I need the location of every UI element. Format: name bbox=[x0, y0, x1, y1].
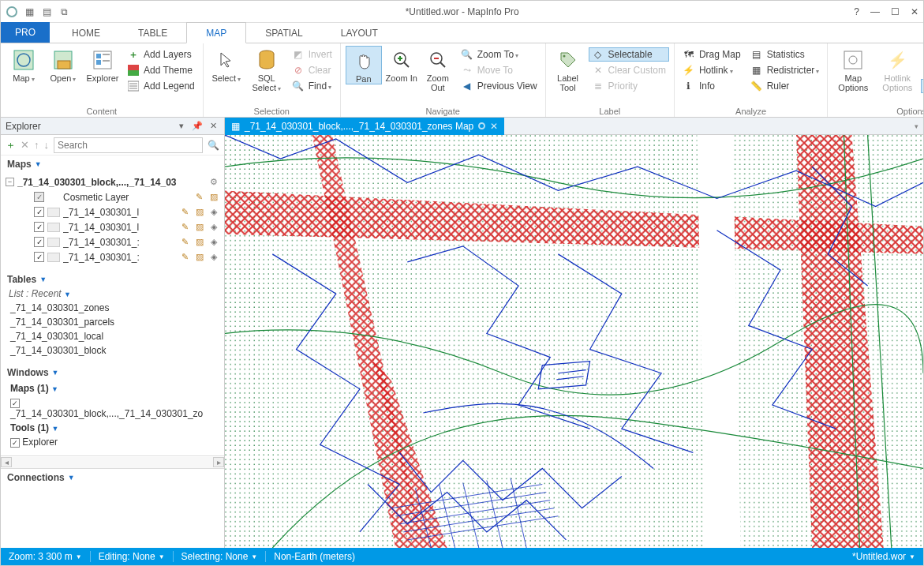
zoom-in-button[interactable]: Zoom In bbox=[385, 46, 418, 83]
status-zoom[interactable]: Zoom: 3 300 m▼ bbox=[1, 551, 90, 562]
layer-row[interactable]: _71_14_030301_l ✎▨◈ bbox=[4, 219, 221, 234]
explorer-button[interactable]: Explorer bbox=[84, 46, 121, 83]
zoom-to-button[interactable]: 🔍Zoom To bbox=[458, 47, 541, 62]
hotlink-button[interactable]: ⚡Hotlink bbox=[679, 63, 744, 77]
status-selecting[interactable]: Selecting: None▼ bbox=[174, 551, 266, 562]
style-icon[interactable]: ▨ bbox=[193, 221, 205, 233]
drag-map-button[interactable]: 🗺Drag Map bbox=[679, 47, 744, 62]
tab-spatial[interactable]: SPATIAL bbox=[246, 23, 322, 43]
layer-cosmetic[interactable]: Cosmetic Layer ✎▨ bbox=[4, 189, 221, 204]
pin-icon[interactable]: 📌 bbox=[191, 120, 204, 133]
qat-tool-icon[interactable]: ⧉ bbox=[58, 6, 70, 18]
label-icon[interactable]: ◈ bbox=[208, 206, 219, 218]
redistricter-button[interactable]: ▦Redistricter bbox=[747, 63, 823, 77]
tab-layout[interactable]: LAYOUT bbox=[322, 23, 397, 43]
label-icon[interactable]: ◈ bbox=[208, 221, 219, 233]
ruler-button[interactable]: 📏Ruler bbox=[747, 79, 823, 93]
tools-node[interactable]: Tools (1) ▼ bbox=[10, 421, 215, 435]
find-button[interactable]: 🔍Find bbox=[289, 79, 335, 93]
table-item[interactable]: _71_14_030301_zones bbox=[10, 301, 215, 315]
checkbox-icon[interactable] bbox=[34, 222, 44, 232]
tables-filter[interactable]: List : Recent ▼ bbox=[1, 288, 224, 301]
info-button[interactable]: ℹInfo bbox=[679, 79, 744, 93]
table-item[interactable]: _71_14_030301_parcels bbox=[10, 315, 215, 329]
select-button[interactable]: Select bbox=[208, 46, 245, 84]
pencil-icon[interactable]: ✎ bbox=[193, 191, 205, 203]
maps-section-header[interactable]: Maps▼ bbox=[1, 156, 224, 173]
pan-button[interactable]: Pan bbox=[346, 46, 382, 84]
windows-map-item[interactable]: ✓ _71_14_030301_block,...,_71_14_030301_… bbox=[10, 395, 215, 421]
scalebar-button[interactable]: ≡Scalebar bbox=[921, 63, 924, 77]
map-gear-icon[interactable]: ⚙ bbox=[208, 176, 219, 188]
add-theme-button[interactable]: Add Theme bbox=[124, 63, 198, 77]
previous-view-button[interactable]: ◀Previous View bbox=[458, 79, 541, 93]
lock-scale-button[interactable]: 🔒Lock Scale bbox=[921, 47, 924, 62]
map-node[interactable]: − _71_14_030301_block,...,_71_14_03 ⚙ bbox=[4, 174, 221, 189]
pencil-icon[interactable]: ✎ bbox=[179, 251, 191, 263]
tab-table[interactable]: TABLE bbox=[119, 23, 186, 43]
label-icon[interactable]: ◈ bbox=[208, 236, 219, 248]
style-icon[interactable]: ▨ bbox=[193, 236, 205, 248]
checkbox-icon[interactable] bbox=[34, 237, 44, 247]
label-icon[interactable]: ◈ bbox=[208, 251, 219, 263]
tools-item[interactable]: ✓ Explorer bbox=[10, 435, 215, 449]
add-legend-button[interactable]: Add Legend bbox=[124, 79, 198, 93]
remove-icon[interactable]: ✕ bbox=[21, 139, 29, 151]
windows-maps-node[interactable]: Maps (1) ▼ bbox=[10, 381, 215, 395]
search-input[interactable] bbox=[54, 137, 203, 153]
pencil-icon[interactable]: ✎ bbox=[179, 236, 191, 248]
layer-row[interactable]: _71_14_030301_: ✎▨◈ bbox=[4, 234, 221, 249]
pencil-icon[interactable]: ✎ bbox=[179, 221, 191, 233]
statistics-button[interactable]: ▤Statistics bbox=[747, 47, 823, 62]
open-button[interactable]: Open bbox=[45, 46, 81, 84]
windows-section-header[interactable]: Windows▼ bbox=[1, 364, 224, 381]
panel-dropdown-icon[interactable]: ▾ bbox=[175, 120, 188, 133]
connections-section-header[interactable]: Connections▼ bbox=[1, 468, 224, 486]
qat-save-icon[interactable]: ▤ bbox=[40, 6, 53, 18]
scroll-right-icon[interactable]: ▸ bbox=[213, 457, 224, 467]
style-icon[interactable]: ▨ bbox=[193, 206, 205, 218]
scroll-left-icon[interactable]: ◂ bbox=[1, 457, 12, 467]
search-icon[interactable]: 🔍 bbox=[208, 140, 219, 151]
tab-pro[interactable]: PRO bbox=[1, 22, 50, 43]
pencil-icon[interactable]: ✎ bbox=[179, 206, 191, 218]
map-button[interactable]: Map bbox=[6, 46, 42, 84]
layer-row[interactable]: _71_14_030301_l ✎▨◈ bbox=[4, 204, 221, 219]
style-icon[interactable]: ▨ bbox=[193, 251, 205, 263]
down-icon[interactable]: ↓ bbox=[44, 139, 50, 151]
checkbox-icon[interactable] bbox=[34, 252, 44, 262]
qat-new-icon[interactable]: ▦ bbox=[23, 6, 36, 18]
tab-overflow-icon[interactable]: ▾ bbox=[910, 122, 923, 130]
minimize-button[interactable]: ― bbox=[870, 6, 880, 17]
layer-row[interactable]: _71_14_030301_: ✎▨◈ bbox=[4, 249, 221, 264]
zoom-out-button[interactable]: Zoom Out bbox=[421, 46, 455, 92]
selectable-button[interactable]: ◇Selectable bbox=[589, 47, 669, 62]
tables-section-header[interactable]: Tables▼ bbox=[1, 271, 224, 288]
checkbox-icon[interactable] bbox=[34, 207, 44, 217]
hotlink-options-button[interactable]: ⚡ Hotlink Options bbox=[877, 46, 918, 92]
move-to-button: ⤳Move To bbox=[458, 63, 541, 77]
collapse-icon[interactable]: − bbox=[6, 178, 14, 186]
map-document-tab[interactable]: ▦ _71_14_030301_block,...,_71_14_030301_… bbox=[225, 118, 504, 135]
style-icon[interactable]: ▨ bbox=[208, 191, 219, 203]
redraw-button[interactable]: ↻Redraw bbox=[921, 79, 924, 93]
label-tool-button[interactable]: Label Tool bbox=[551, 46, 585, 92]
panel-close-icon[interactable]: ✕ bbox=[207, 120, 219, 133]
sql-select-button[interactable]: SQL Select bbox=[248, 46, 286, 93]
map-options-button[interactable]: Map Options bbox=[832, 46, 873, 92]
tab-close-icon[interactable]: ✕ bbox=[490, 121, 498, 132]
up-icon[interactable]: ↑ bbox=[34, 139, 39, 151]
tab-map[interactable]: MAP bbox=[186, 22, 246, 43]
close-button[interactable]: ✕ bbox=[911, 6, 918, 17]
help-button[interactable]: ? bbox=[854, 6, 859, 17]
maximize-button[interactable]: ☐ bbox=[891, 6, 900, 17]
map-canvas[interactable] bbox=[225, 135, 923, 548]
add-layers-button[interactable]: ＋Add Layers bbox=[124, 47, 198, 62]
explorer-h-scrollbar[interactable]: ◂▸ bbox=[1, 455, 224, 468]
add-icon[interactable]: ＋ bbox=[6, 138, 16, 152]
status-crs[interactable]: Non-Earth (meters) bbox=[266, 551, 363, 562]
tab-home[interactable]: HOME bbox=[53, 23, 119, 43]
status-editing[interactable]: Editing: None▼ bbox=[91, 551, 173, 562]
table-item[interactable]: _71_14_030301_block bbox=[10, 343, 215, 358]
table-item[interactable]: _71_14_030301_local bbox=[10, 329, 215, 343]
